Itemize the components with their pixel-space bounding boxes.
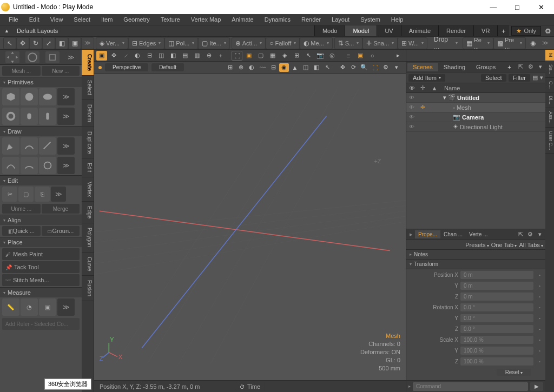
reset-button[interactable]: Reset (497, 369, 531, 376)
workplane-button[interactable]: ⊞ W... (398, 38, 427, 49)
falloff-button[interactable]: ○ Falloff (266, 38, 299, 49)
alltabs-dropdown[interactable]: All Tabs (519, 242, 543, 248)
tab-scenes[interactable]: Scenes (407, 63, 438, 71)
rvtab-su[interactable]: Su... (545, 61, 554, 78)
vp-i6[interactable]: 📷 (315, 51, 326, 61)
prop-menu-icon[interactable]: ▾ (536, 231, 544, 238)
vp-c[interactable]: ⊟ (144, 51, 155, 61)
vtab-edit[interactable]: Edit (82, 158, 94, 177)
prop-gear-icon[interactable]: ⚙ (526, 231, 535, 238)
rotate-gizmo-icon[interactable] (25, 51, 39, 63)
transform-more[interactable]: ≫ (65, 54, 77, 61)
tab-menu-icon[interactable]: ▾ (536, 63, 545, 70)
close-button[interactable]: ✕ (529, 0, 553, 14)
vp-cube-icon[interactable]: ▣ (96, 51, 107, 61)
measure-header[interactable]: Measure (0, 288, 82, 297)
tack-tool-button[interactable]: 📌 Tack Tool (2, 261, 80, 273)
position-y-input[interactable]: 0 m (460, 282, 533, 290)
vopt-gear-icon[interactable]: ⚙ (381, 63, 391, 72)
vopt-4[interactable]: 〰 (258, 63, 267, 72)
command-run-button[interactable]: ▶ (530, 382, 543, 391)
vopt-zoom-icon[interactable]: 🔍 (359, 63, 369, 72)
rvtab-di[interactable]: Di... (545, 92, 554, 108)
col-type-icon[interactable]: ▲ (428, 85, 441, 91)
snap-button[interactable]: ✛ Sna... (363, 38, 397, 49)
tab-add[interactable]: + (502, 63, 516, 71)
cylinder-icon[interactable] (21, 108, 38, 125)
preview-button[interactable]: ▩ Pre ... (494, 38, 525, 49)
pen-icon[interactable] (2, 137, 19, 155)
section-notes[interactable]: Notes (406, 250, 545, 260)
render-more-btn[interactable]: ≫ (540, 38, 551, 49)
draw-header[interactable]: Draw (0, 127, 82, 136)
component-vertex[interactable]: ◈ Ver... (96, 38, 128, 49)
component-poly[interactable]: ◫ Pol... (165, 38, 197, 49)
layout-settings-icon[interactable]: ⚙ (542, 27, 554, 35)
layouts-expand-icon[interactable]: ▲ (0, 28, 14, 34)
vp-box2-icon[interactable]: ▣ (355, 51, 366, 61)
scene-row-mesh[interactable]: 👁✛ ▫ Mesh (406, 103, 545, 112)
vtab-vertex[interactable]: Vertex (82, 177, 94, 202)
vp-fit-icon[interactable]: ⛶ (232, 51, 242, 61)
edit-more[interactable]: ≫ (51, 187, 66, 202)
vtab-select[interactable]: Select (82, 76, 94, 100)
filter-button[interactable]: Filter (509, 74, 530, 82)
vp-list-icon[interactable]: ≡ (343, 51, 354, 61)
tool-move-icon[interactable]: ✥ (17, 38, 29, 49)
circle-icon[interactable] (39, 157, 56, 174)
prop-expand-icon[interactable]: ▸ (407, 231, 415, 238)
place-header[interactable]: Place (0, 237, 82, 247)
tool-cube-icon[interactable]: ▣ (69, 38, 81, 49)
capsule-icon[interactable] (39, 108, 56, 125)
edit-header[interactable]: Edit (0, 176, 82, 185)
menu-item[interactable]: Item (96, 15, 118, 24)
draw-more-2[interactable]: ≫ (57, 157, 75, 174)
vopt-2[interactable]: ⊗ (236, 63, 246, 72)
rotation-z-input[interactable]: 0.0 ° (460, 325, 533, 333)
ptab-channels[interactable]: Chan ... (440, 230, 466, 238)
add-ruler-button[interactable]: Add Ruler - Selected Co... (2, 318, 80, 330)
stitch-mesh-button[interactable]: 〰 Stitch Mesh... (2, 274, 80, 286)
rvtab-m[interactable]: M (545, 50, 554, 61)
vopt-7[interactable]: ▲ (290, 63, 300, 72)
layout-tab-modo[interactable]: Modo (314, 25, 345, 36)
primitives-header[interactable]: Primitives (0, 77, 82, 87)
scene-row-untitled[interactable]: 👁 ▾ 🎬 Untitled (406, 93, 545, 103)
only-button[interactable]: ★Only (511, 26, 541, 36)
new-button[interactable]: New ... (42, 66, 80, 76)
vtab-create[interactable]: Create (82, 50, 94, 76)
viewport-shading[interactable]: Default (151, 63, 184, 71)
vp-i1[interactable]: ▢ (255, 51, 266, 61)
layout-tab-uv[interactable]: UV (377, 25, 400, 36)
section-transform[interactable]: Transform (406, 260, 545, 269)
menu-view[interactable]: View (45, 15, 69, 24)
cmd-expand-icon[interactable]: ▸ (408, 384, 411, 389)
vp-sidebar-icon[interactable]: ▸ (393, 51, 404, 61)
tab-groups[interactable]: Groups (471, 63, 501, 71)
symmetry-button[interactable]: ⇅ S... (335, 38, 362, 49)
vp-d[interactable]: ◫ (156, 51, 167, 61)
mesh-button[interactable]: Mesh ... (2, 66, 41, 76)
cut-icon[interactable]: ✂ (2, 187, 17, 202)
vp-f[interactable]: ▤ (180, 51, 190, 61)
menu-select[interactable]: Select (68, 15, 96, 24)
cube-icon[interactable] (2, 88, 19, 105)
align-header[interactable]: Align (0, 215, 82, 225)
menu-geometry[interactable]: Geometry (118, 15, 155, 24)
mesh-constraint[interactable]: ◐ Me... (300, 38, 332, 49)
menu-render[interactable]: Render (296, 15, 326, 24)
protractor-icon[interactable]: ◔ (21, 298, 38, 316)
vp-h[interactable]: ⊕ (203, 51, 214, 61)
tab-gear-icon[interactable]: ⚙ (526, 63, 535, 70)
dimension-icon[interactable]: ▣ (39, 298, 56, 316)
scene-view1-icon[interactable]: ▤ (532, 74, 538, 81)
menu-help[interactable]: Help (386, 15, 409, 24)
vopt-9[interactable]: ◧ (312, 63, 321, 72)
sphere-icon[interactable] (21, 88, 38, 105)
vopt-1[interactable]: ⊞ (225, 63, 235, 72)
menu-vertexmap[interactable]: Vertex Map (186, 15, 227, 24)
vp-sphere-icon[interactable]: ○ (367, 51, 378, 61)
ptab-vertex[interactable]: Verte ... (466, 230, 491, 238)
vtab-deform[interactable]: Deform (82, 100, 94, 127)
vp-e[interactable]: ◧ (168, 51, 179, 61)
